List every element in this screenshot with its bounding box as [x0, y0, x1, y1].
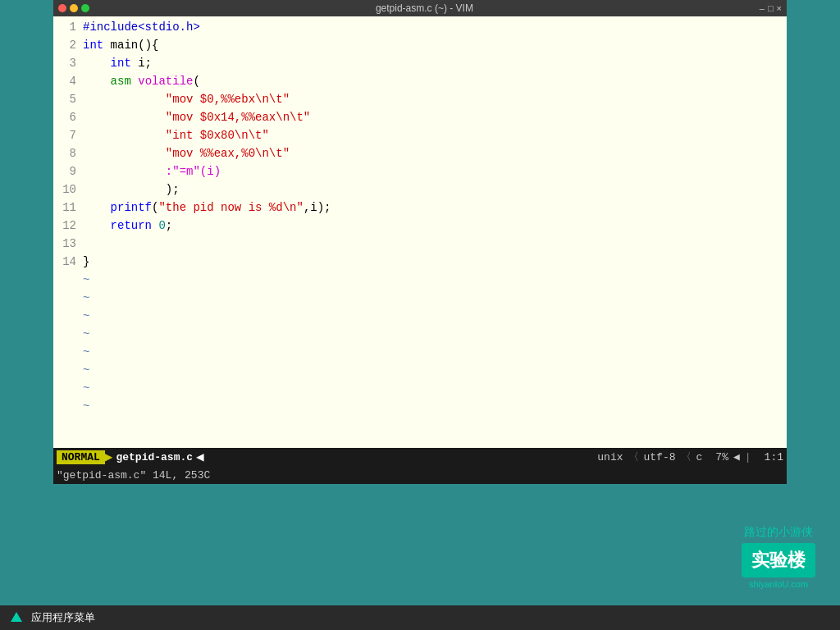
command-line: "getpid-asm.c" 14L, 253C: [53, 466, 787, 484]
taskbar-menu-label[interactable]: 应用程序菜单: [31, 610, 95, 625]
line-number: 4: [53, 72, 83, 90]
line-content: int main(){: [83, 36, 787, 54]
vim-titlebar: getpid-asm.c (~) - VIM – □ ×: [53, 0, 787, 16]
status-bar: NORMAL ▶ getpid-asm.c ◀ unix 〈 utf-8 〈 c…: [53, 448, 787, 466]
line-content: return 0;: [83, 217, 787, 235]
minimize-dot[interactable]: [70, 4, 78, 12]
line-content: "int $0x80\n\t": [83, 126, 787, 144]
line-number: 5: [53, 90, 83, 108]
cursor-pos: 1:1: [765, 451, 783, 463]
code-line: 13: [53, 235, 787, 253]
taskbar-icon: [8, 609, 25, 626]
line-content: "mov $0,%%ebx\n\t": [83, 90, 787, 108]
app-icon: [9, 610, 24, 625]
encoding: utf-8: [644, 451, 676, 463]
close-button[interactable]: ×: [777, 3, 782, 13]
line-content: printf("the pid now is %d\n",i);: [83, 199, 787, 217]
tilde-line: ~: [53, 397, 787, 415]
watermark-tagline: 路过的小游侠: [742, 525, 815, 540]
line-number: 1: [53, 18, 83, 36]
status-right: unix 〈 utf-8 〈 c 7% ◀ | 1:1: [597, 450, 783, 464]
watermark: 路过的小游侠 实验楼 shiyanloU.com: [742, 525, 815, 589]
line-number: 8: [53, 144, 83, 162]
svg-marker-0: [11, 612, 22, 622]
scroll-bar: |: [745, 451, 751, 463]
tilde-line: ~: [53, 271, 787, 289]
restore-button[interactable]: □: [768, 3, 774, 13]
line-number: 6: [53, 108, 83, 126]
vim-window: getpid-asm.c (~) - VIM – □ × 1#include<s…: [53, 0, 787, 484]
code-line: 7 "int $0x80\n\t": [53, 126, 787, 144]
line-content: "mov %%eax,%0\n\t": [83, 144, 787, 162]
line-number: 3: [53, 54, 83, 72]
titlebar-left: [58, 4, 89, 12]
minimize-button[interactable]: –: [760, 3, 765, 13]
code-line: 10 );: [53, 180, 787, 199]
file-format: unix: [597, 451, 623, 463]
line-number: 2: [53, 36, 83, 54]
vim-mode: NORMAL: [57, 450, 105, 464]
percent: 7%: [715, 451, 728, 463]
line-number: 9: [53, 162, 83, 180]
line-number: 10: [53, 180, 83, 199]
code-line: 6 "mov $0x14,%%eax\n\t": [53, 108, 787, 126]
code-line: 4 asm volatile(: [53, 72, 787, 90]
window-controls: – □ ×: [760, 3, 782, 13]
line-content: asm volatile(: [83, 72, 787, 90]
code-editor[interactable]: 1#include<stdio.h>2int main(){3 int i;4 …: [53, 16, 787, 448]
code-line: 14}: [53, 253, 787, 271]
tilde-line: ~: [53, 307, 787, 325]
tilde-line: ~: [53, 361, 787, 379]
watermark-logo: 实验楼: [742, 543, 815, 578]
close-dot[interactable]: [58, 4, 66, 12]
tilde-line: ~: [53, 289, 787, 307]
line-number: 11: [53, 199, 83, 217]
line-content: :"=m"(i): [83, 162, 787, 180]
code-line: 12 return 0;: [53, 217, 787, 235]
cmd-text: "getpid-asm.c" 14L, 253C: [57, 469, 210, 482]
watermark-url: shiyanloU.com: [742, 579, 815, 589]
filename-arrow: ◀: [196, 449, 204, 465]
tilde-line: ~: [53, 379, 787, 397]
taskbar: 应用程序菜单: [0, 605, 840, 630]
code-line: 1#include<stdio.h>: [53, 18, 787, 36]
maximize-dot[interactable]: [81, 4, 89, 12]
code-line: 8 "mov %%eax,%0\n\t": [53, 144, 787, 162]
line-content: }: [83, 253, 787, 271]
status-filename: getpid-asm.c: [116, 451, 193, 463]
line-content: int i;: [83, 54, 787, 72]
line-number: 14: [53, 253, 83, 271]
line-number: 13: [53, 235, 83, 253]
tilde-line: ~: [53, 325, 787, 343]
code-line: 3 int i;: [53, 54, 787, 72]
line-content: "mov $0x14,%%eax\n\t": [83, 108, 787, 126]
code-line: 9 :"=m"(i): [53, 162, 787, 180]
filetype: c: [696, 451, 703, 463]
mode-arrow: ▶: [105, 449, 113, 465]
scroll-icon: ◀: [733, 450, 740, 463]
line-content: );: [83, 180, 787, 199]
tilde-line: ~: [53, 343, 787, 361]
code-line: 2int main(){: [53, 36, 787, 54]
line-number: 7: [53, 126, 83, 144]
window-title: getpid-asm.c (~) - VIM: [376, 2, 473, 14]
line-number: 12: [53, 217, 83, 235]
code-line: 11 printf("the pid now is %d\n",i);: [53, 199, 787, 217]
line-content: #include<stdio.h>: [83, 18, 787, 36]
code-line: 5 "mov $0,%%ebx\n\t": [53, 90, 787, 108]
